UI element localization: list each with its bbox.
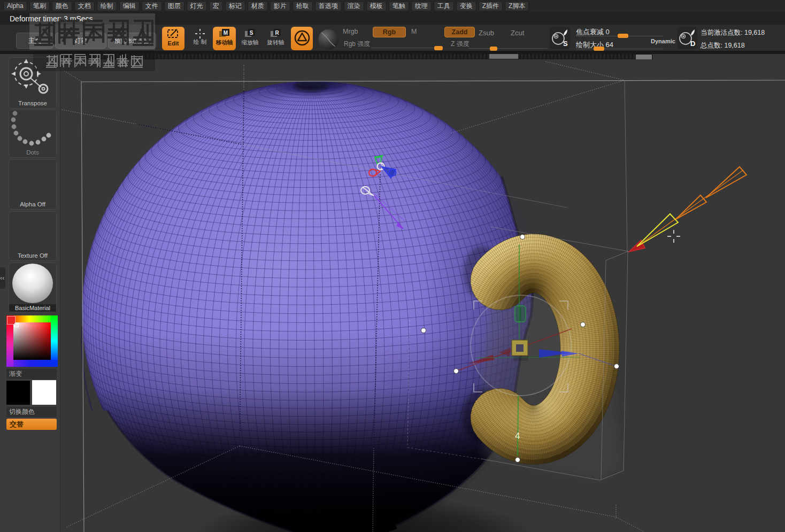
svg-text:R: R (275, 30, 279, 36)
svg-text:4: 4 (515, 431, 520, 441)
svg-text:D: D (690, 40, 695, 48)
svg-text:S: S (249, 30, 253, 36)
svg-text:M: M (223, 30, 227, 36)
svg-text:S: S (563, 40, 568, 48)
